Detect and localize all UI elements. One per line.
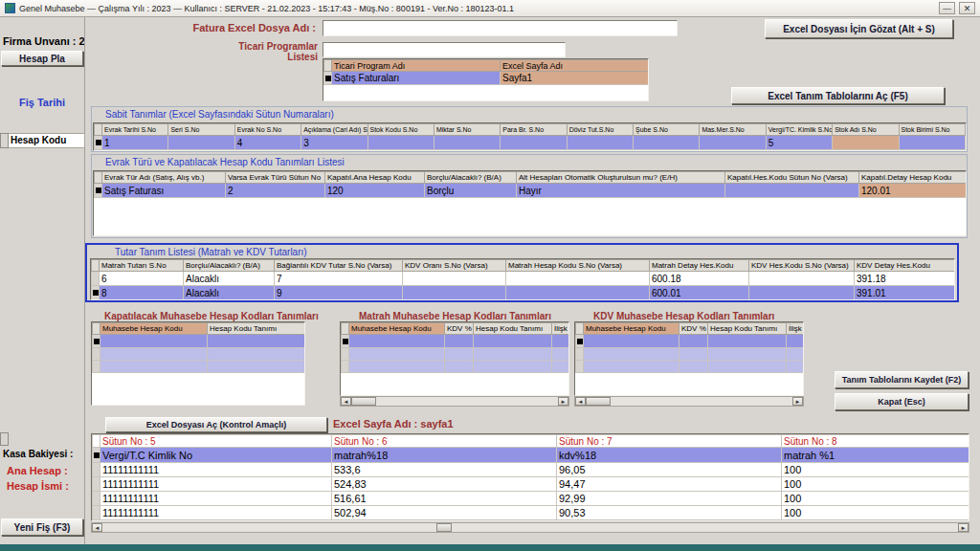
- tutar-cell[interactable]: [403, 272, 506, 286]
- empty-cell[interactable]: [679, 361, 708, 373]
- evrak-cell[interactable]: 120: [325, 184, 425, 198]
- scroll-track[interactable]: [586, 397, 792, 406]
- scroll-left-icon[interactable]: ◄: [92, 523, 102, 532]
- tutar-cell[interactable]: Alacaklı: [184, 286, 275, 300]
- empty-cell[interactable]: [445, 361, 474, 373]
- preview-cell[interactable]: 11111111111: [100, 463, 332, 477]
- scroll-track[interactable]: [102, 523, 958, 532]
- empty-cell[interactable]: [208, 361, 305, 373]
- tutar-cell[interactable]: 7: [275, 272, 403, 286]
- empty-cell[interactable]: [708, 348, 787, 361]
- sabit-cell[interactable]: [833, 136, 899, 150]
- sabit-cell[interactable]: [700, 136, 766, 150]
- tutar-cell[interactable]: [403, 286, 506, 300]
- program-name-cell[interactable]: Satış Faturaları: [332, 72, 501, 85]
- sabit-cell[interactable]: [368, 136, 434, 150]
- tanim-kaydet-button[interactable]: Tanım Tablolarını Kaydet (F2): [835, 371, 969, 388]
- minimize-icon[interactable]: —: [939, 2, 955, 14]
- tutar-cell[interactable]: 600.01: [650, 286, 749, 300]
- tutar-cell[interactable]: [506, 286, 650, 300]
- scroll-left-icon[interactable]: ◄: [341, 397, 351, 406]
- sabit-cell[interactable]: 3: [301, 136, 368, 150]
- preview-cell[interactable]: 11111111111: [100, 492, 332, 506]
- empty-cell[interactable]: [445, 335, 474, 348]
- empty-cell[interactable]: [787, 361, 804, 373]
- fatura-excel-input[interactable]: [323, 20, 678, 36]
- sabit-cell[interactable]: 4: [234, 136, 301, 150]
- field-header-cell[interactable]: Vergi/T.C Kimlik No: [100, 448, 332, 463]
- scroll-thumb[interactable]: [436, 523, 452, 532]
- ticari-program-input[interactable]: [323, 42, 566, 57]
- gozat-button[interactable]: Excel Dosyası İçin Gözat (Alt + S): [765, 19, 953, 38]
- scroll-left-icon[interactable]: ◄: [575, 397, 586, 406]
- preview-cell[interactable]: 11111111111: [100, 477, 332, 492]
- empty-cell[interactable]: [474, 361, 552, 373]
- tutar-cell[interactable]: 391.18: [855, 272, 955, 286]
- empty-cell[interactable]: [787, 335, 804, 348]
- empty-cell[interactable]: [552, 348, 569, 361]
- field-header-cell[interactable]: matrah%18: [332, 448, 557, 463]
- excel-dosyasi-ac-button[interactable]: Excel Dosyası Aç (Kontrol Amaçlı): [105, 417, 327, 432]
- tutar-cell[interactable]: [749, 272, 855, 286]
- close-icon[interactable]: ✕: [959, 2, 975, 14]
- scroll-right-icon[interactable]: ►: [558, 397, 568, 406]
- sabit-cell[interactable]: 5: [766, 136, 832, 150]
- sabit-cell[interactable]: [168, 136, 234, 150]
- preview-cell[interactable]: 524,83: [332, 477, 557, 492]
- tutar-cell[interactable]: 9: [275, 286, 403, 300]
- preview-cell[interactable]: 100: [782, 463, 969, 477]
- preview-cell[interactable]: 92,99: [557, 492, 782, 506]
- evrak-cell[interactable]: Hayır: [517, 184, 725, 198]
- preview-scrollbar[interactable]: ◄ ►: [91, 522, 969, 533]
- empty-cell[interactable]: [100, 361, 208, 373]
- empty-cell[interactable]: [349, 348, 445, 361]
- field-header-cell[interactable]: kdv%18: [557, 448, 782, 463]
- sabit-cell[interactable]: [634, 136, 700, 150]
- scroll-thumb[interactable]: [351, 397, 376, 406]
- sabit-cell[interactable]: [501, 136, 567, 150]
- tutar-cell[interactable]: 6: [100, 272, 184, 286]
- scroll-track[interactable]: [351, 397, 558, 406]
- tutar-cell[interactable]: 391.01: [855, 286, 955, 300]
- kapat-button[interactable]: Kapat (Esc): [835, 393, 969, 410]
- empty-cell[interactable]: [349, 361, 445, 373]
- tutar-cell[interactable]: Alacaklı: [184, 272, 275, 286]
- empty-cell[interactable]: [208, 335, 305, 348]
- empty-cell[interactable]: [100, 348, 208, 361]
- hesap-kodu-label[interactable]: Hesap Kodu: [9, 133, 85, 148]
- empty-cell[interactable]: [349, 335, 445, 348]
- preview-cell[interactable]: 502,94: [332, 506, 557, 520]
- preview-cell[interactable]: 100: [782, 492, 969, 506]
- field-header-cell[interactable]: matrah %1: [782, 448, 969, 463]
- preview-cell[interactable]: 100: [782, 477, 969, 492]
- empty-cell[interactable]: [679, 348, 708, 361]
- tutar-cell[interactable]: 8: [100, 286, 184, 300]
- empty-cell[interactable]: [584, 348, 679, 361]
- tutar-cell[interactable]: [749, 286, 855, 300]
- tutar-cell[interactable]: [506, 272, 650, 286]
- sabit-cell[interactable]: [899, 136, 966, 150]
- empty-cell[interactable]: [445, 348, 474, 361]
- preview-cell[interactable]: 516,61: [332, 492, 557, 506]
- preview-cell[interactable]: 90,53: [557, 506, 782, 520]
- tutar-cell[interactable]: 600.18: [650, 272, 749, 286]
- empty-cell[interactable]: [208, 348, 305, 361]
- empty-cell[interactable]: [552, 335, 569, 348]
- sabit-cell[interactable]: [434, 136, 500, 150]
- empty-cell[interactable]: [474, 348, 552, 361]
- sabit-cell[interactable]: [567, 136, 633, 150]
- scroll-right-icon[interactable]: ►: [792, 397, 803, 406]
- matrah-panel-scrollbar[interactable]: ◄ ►: [340, 396, 569, 407]
- preview-cell[interactable]: 96,05: [557, 463, 782, 477]
- evrak-cell[interactable]: 2: [226, 184, 325, 198]
- excel-sheet-cell[interactable]: Sayfa1: [501, 72, 649, 85]
- empty-cell[interactable]: [584, 335, 679, 348]
- hesap-plani-button[interactable]: Hesap Pla: [1, 51, 83, 66]
- empty-cell[interactable]: [708, 361, 787, 373]
- empty-cell[interactable]: [474, 335, 552, 348]
- empty-cell[interactable]: [100, 335, 208, 348]
- evrak-cell[interactable]: [725, 184, 859, 198]
- evrak-cell[interactable]: Satış Faturası: [102, 184, 226, 198]
- preview-cell[interactable]: 94,47: [557, 477, 782, 492]
- kdv-panel-scrollbar[interactable]: ◄ ►: [574, 396, 804, 407]
